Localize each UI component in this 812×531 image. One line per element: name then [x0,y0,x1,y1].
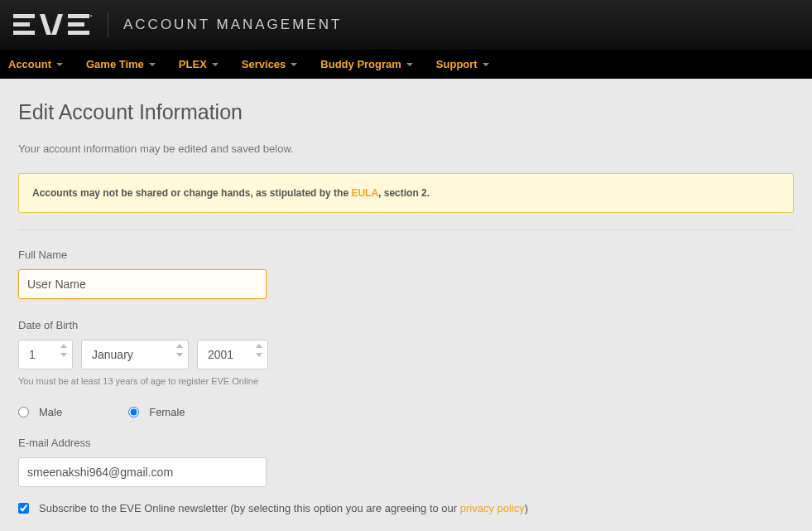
content-area: Edit Account Information Your account in… [0,79,812,531]
dob-label: Date of Birth [18,319,794,331]
header-title: ACCOUNT MANAGEMENT [123,17,342,33]
dob-year-spinner[interactable]: 2001 [197,340,268,369]
spinner-arrows [60,344,67,357]
nav-account[interactable]: Account [8,58,63,70]
newsletter-prefix: Subscribe to the EVE Online newsletter (… [39,502,460,514]
dob-hint: You must be at least 13 years of age to … [18,376,794,386]
nav-label: Services [242,58,286,70]
chevron-up-icon[interactable] [60,344,67,348]
header-divider [108,12,108,37]
newsletter-row: Subscribe to the EVE Online newsletter (… [18,502,794,514]
dob-row: 1 January 2001 [18,340,794,369]
dob-group: Date of Birth 1 January 2001 [18,319,794,386]
dob-day-spinner[interactable]: 1 [18,340,73,369]
chevron-up-icon[interactable] [256,344,262,348]
dob-month-value: January [92,348,133,361]
nav-support[interactable]: Support [436,58,489,70]
chevron-down-icon [406,63,413,66]
svg-point-8 [90,15,92,17]
fullname-input[interactable] [18,269,267,299]
svg-marker-4 [51,14,63,35]
spinner-arrows [256,344,262,357]
chevron-down-icon [291,63,297,66]
email-input[interactable] [18,457,267,487]
fullname-group: Full Name [18,249,794,299]
svg-rect-6 [68,22,84,27]
warning-banner: Accounts may not be shared or change han… [18,173,794,213]
svg-rect-5 [68,14,89,18]
eve-logo[interactable] [13,14,93,36]
gender-male-radio[interactable] [18,407,29,418]
spinner-arrows [176,344,183,357]
gender-female-label: Female [149,406,185,418]
chevron-down-icon[interactable] [256,353,262,357]
chevron-down-icon [212,63,219,66]
svg-rect-2 [13,31,35,35]
gender-female-radio[interactable] [128,407,139,418]
gender-row: Male Female [18,406,794,418]
warning-text-suffix: , section 2. [378,187,430,199]
nav-label: PLEX [179,58,207,70]
chevron-down-icon [56,63,63,66]
dob-day-value: 1 [29,348,36,361]
svg-rect-7 [68,31,89,35]
nav-game-time[interactable]: Game Time [86,58,156,70]
gender-female-option[interactable]: Female [128,406,185,418]
newsletter-suffix: ) [525,502,528,514]
gender-male-label: Male [39,406,62,418]
svg-marker-3 [40,14,51,35]
page-subtitle: Your account information may be edited a… [18,142,794,155]
main-nav: Account Game Time PLEX Services Buddy Pr… [0,50,812,79]
nav-label: Support [436,58,478,70]
svg-rect-1 [13,22,30,27]
gender-male-option[interactable]: Male [18,406,62,418]
fullname-label: Full Name [18,249,794,261]
warning-text-prefix: Accounts may not be shared or change han… [32,187,351,199]
section-divider [18,229,794,230]
chevron-down-icon[interactable] [176,353,183,357]
nav-services[interactable]: Services [242,58,298,70]
eula-link[interactable]: EULA [351,187,378,199]
email-group: E-mail Address [18,437,794,487]
dob-year-value: 2001 [208,348,233,361]
chevron-down-icon[interactable] [60,353,67,357]
nav-plex[interactable]: PLEX [179,58,219,70]
newsletter-text: Subscribe to the EVE Online newsletter (… [39,502,528,514]
dob-month-spinner[interactable]: January [81,340,189,369]
nav-label: Account [8,58,51,70]
header-bar: ACCOUNT MANAGEMENT [0,0,812,50]
nav-label: Game Time [86,58,144,70]
logo-area: ACCOUNT MANAGEMENT [13,12,342,37]
newsletter-checkbox[interactable] [18,503,29,514]
nav-label: Buddy Program [320,58,401,70]
email-label: E-mail Address [18,437,794,449]
nav-buddy-program[interactable]: Buddy Program [320,58,413,70]
privacy-policy-link[interactable]: privacy policy [460,502,525,514]
svg-rect-0 [13,14,35,18]
page-title: Edit Account Information [18,100,794,124]
chevron-down-icon [483,63,489,66]
chevron-up-icon[interactable] [176,344,183,348]
chevron-down-icon [149,63,156,66]
